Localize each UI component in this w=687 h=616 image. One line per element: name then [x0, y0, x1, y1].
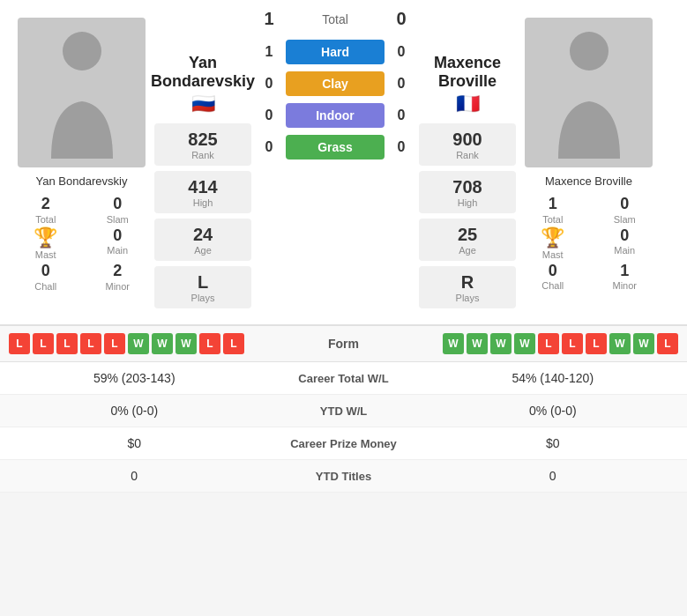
right-slam-cell: 0 Slam	[593, 195, 658, 225]
form-badge-right: W	[490, 333, 512, 354]
form-badge-left: L	[199, 333, 220, 354]
left-high-label: High	[193, 197, 213, 208]
left-minor-cell: 2 Minor	[86, 262, 151, 292]
left-age-value: 24	[193, 224, 213, 245]
h2h-hard-left: 1	[256, 44, 282, 60]
left-main-label: Main	[107, 245, 128, 256]
form-badge-left: L	[104, 333, 125, 354]
left-plays-value: L	[198, 271, 208, 293]
h2h-total-row: 1 Total 0	[256, 9, 414, 29]
form-badge-right: W	[633, 333, 654, 354]
right-plays-label: Plays	[456, 293, 480, 303]
left-main-cell: 0 Main	[86, 226, 151, 260]
hard-button[interactable]: Hard	[286, 40, 385, 64]
h2h-hard-row: 1 Hard 0	[256, 40, 414, 64]
h2h-grass-row: 0 Grass 0	[256, 135, 414, 160]
h2h-total-right: 0	[388, 9, 414, 29]
left-center-stats: Yan Bondarevskiy 🇷🇺 825 Rank 414 High 24…	[154, 9, 251, 315]
left-total-cell: 2 Total	[13, 195, 78, 225]
right-player-section: Maxence Broville 1 Total 0 Slam 🏆 Mast 0…	[516, 9, 670, 315]
stats-table: 59% (203-143) Career Total W/L 54% (140-…	[0, 362, 687, 493]
right-player-photo	[525, 18, 653, 167]
right-mast-cell: 🏆 Mast	[520, 226, 586, 260]
h2h-grass-right: 0	[388, 139, 414, 155]
left-plays-cell: L Plays	[154, 266, 251, 308]
stats-label-2: Career Prize Money	[256, 437, 432, 450]
stats-left-1: 0% (0-0)	[13, 404, 256, 418]
stats-right-0: 54% (140-120)	[432, 371, 675, 385]
form-badge-right: L	[586, 333, 607, 354]
right-total-cell: 1 Total	[520, 195, 586, 225]
h2h-clay-row: 0 Clay 0	[256, 71, 414, 96]
grass-button[interactable]: Grass	[286, 135, 385, 160]
h2h-indoor-row: 0 Indoor 0	[256, 103, 414, 128]
stats-right-1: 0% (0-0)	[432, 404, 675, 418]
left-player-name: Yan Bondarevskiy	[36, 174, 128, 188]
stats-left-2: $0	[13, 436, 256, 450]
right-trophy-icon: 🏆	[541, 226, 564, 249]
right-age-cell: 25 Age	[419, 219, 516, 261]
form-label: Form	[248, 337, 439, 351]
form-badge-left: L	[9, 333, 30, 354]
left-slam-label: Slam	[107, 214, 129, 225]
stats-right-3: 0	[432, 469, 675, 483]
stats-label-3: YTD Titles	[256, 470, 432, 483]
left-main-value: 0	[113, 226, 122, 246]
right-main-cell: 0 Main	[593, 226, 658, 260]
left-chall-label: Chall	[34, 281, 56, 292]
right-player-name-top: Maxence Broville	[434, 54, 501, 91]
left-mast-cell: 🏆 Mast	[13, 226, 78, 260]
form-badge-left: L	[33, 333, 54, 354]
left-name-line1: Yan	[151, 54, 255, 72]
right-high-cell: 708 High	[419, 171, 516, 213]
stats-label-1: YTD W/L	[256, 404, 432, 418]
right-flag: 🇫🇷	[456, 93, 480, 115]
right-chall-value: 0	[549, 262, 557, 281]
form-badge-left: L	[80, 333, 101, 354]
right-plays-cell: R Plays	[419, 266, 516, 308]
right-slam-label: Slam	[614, 214, 636, 225]
left-mast-label: Mast	[35, 249, 56, 260]
right-total-label: Total	[542, 214, 563, 225]
right-high-label: High	[458, 197, 478, 208]
stats-row: 59% (203-143) Career Total W/L 54% (140-…	[0, 362, 687, 395]
h2h-hard-right: 0	[388, 44, 414, 60]
form-badge-right: L	[562, 333, 583, 354]
right-player-stats-grid: 1 Total 0 Slam 🏆 Mast 0 Main 0 Chall	[516, 195, 661, 291]
form-badge-left: W	[175, 333, 197, 354]
svg-point-1	[570, 32, 609, 71]
right-chall-label: Chall	[541, 280, 564, 291]
main-container: Yan Bondarevskiy 2 Total 0 Slam 🏆 Mast 0…	[0, 0, 687, 493]
right-chall-cell: 0 Chall	[520, 262, 586, 292]
left-flag: 🇷🇺	[191, 93, 215, 115]
left-high-cell: 414 High	[154, 171, 251, 213]
left-minor-value: 2	[113, 262, 122, 281]
h2h-indoor-right: 0	[388, 108, 414, 123]
right-form-badges: WWWWLLLWWL	[443, 333, 678, 354]
right-plays-value: R	[461, 271, 474, 293]
h2h-indoor-left: 0	[256, 108, 282, 123]
left-chall-cell: 0 Chall	[13, 262, 78, 292]
form-badge-left: L	[56, 333, 78, 354]
left-player-name-top: Yan Bondarevskiy	[151, 54, 255, 91]
form-badge-left: W	[128, 333, 149, 354]
h2h-clay-left: 0	[256, 76, 282, 92]
indoor-button[interactable]: Indoor	[286, 103, 385, 128]
left-total-value: 2	[41, 195, 50, 214]
left-chall-value: 0	[41, 262, 50, 281]
left-form-badges: LLLLLWWWLL	[9, 333, 244, 354]
left-rank-label: Rank	[191, 150, 214, 160]
form-badge-right: W	[443, 333, 464, 354]
left-age-cell: 24 Age	[154, 219, 251, 261]
right-minor-label: Minor	[612, 280, 637, 291]
right-minor-value: 1	[620, 262, 629, 281]
right-total-value: 1	[549, 195, 557, 214]
right-player-name: Maxence Broville	[545, 174, 632, 188]
right-name-line1: Maxence	[434, 54, 501, 72]
clay-button[interactable]: Clay	[286, 71, 385, 96]
right-rank-cell: 900 Rank	[419, 123, 516, 166]
right-age-value: 25	[458, 224, 477, 245]
left-age-label: Age	[194, 245, 212, 256]
svg-point-0	[63, 32, 101, 71]
stats-row: 0% (0-0) YTD W/L 0% (0-0)	[0, 395, 687, 427]
